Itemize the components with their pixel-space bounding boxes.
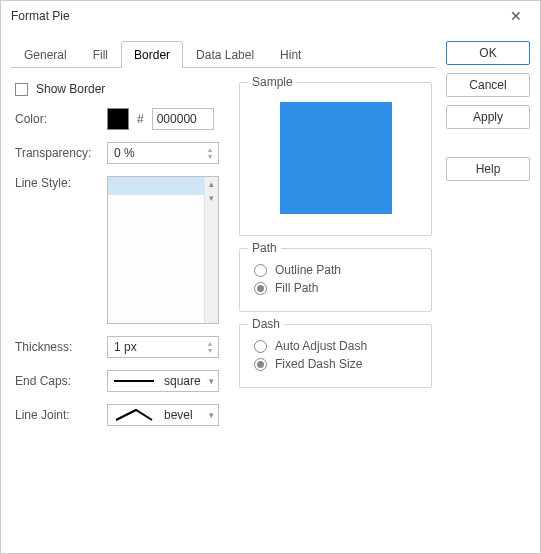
apply-button[interactable]: Apply bbox=[446, 105, 530, 129]
tab-strip: General Fill Border Data Label Hint bbox=[11, 41, 436, 68]
chevron-down-icon: ▾ bbox=[209, 376, 214, 386]
line-joint-label: Line Joint: bbox=[15, 408, 99, 422]
transparency-label: Transparency: bbox=[15, 146, 99, 160]
path-title: Path bbox=[248, 241, 281, 255]
line-style-item-selected[interactable] bbox=[108, 177, 218, 195]
fill-path-label: Fill Path bbox=[275, 281, 318, 295]
sample-preview bbox=[280, 102, 392, 214]
outline-path-label: Outline Path bbox=[275, 263, 341, 277]
end-caps-label: End Caps: bbox=[15, 374, 99, 388]
window-title: Format Pie bbox=[11, 9, 502, 23]
auto-dash-label: Auto Adjust Dash bbox=[275, 339, 367, 353]
titlebar: Format Pie ✕ bbox=[1, 1, 540, 31]
fill-path-radio[interactable] bbox=[254, 282, 267, 295]
format-pie-dialog: Format Pie ✕ General Fill Border Data La… bbox=[0, 0, 541, 554]
color-hex-input[interactable]: 000000 bbox=[152, 108, 214, 130]
square-cap-icon bbox=[114, 376, 158, 386]
line-style-label: Line Style: bbox=[15, 176, 99, 190]
fixed-dash-label: Fixed Dash Size bbox=[275, 357, 362, 371]
chevron-updown-icon[interactable]: ▴▾ bbox=[204, 143, 216, 163]
hash-label: # bbox=[137, 112, 144, 126]
chevron-down-icon[interactable]: ▾ bbox=[205, 191, 218, 205]
tab-fill[interactable]: Fill bbox=[80, 41, 121, 68]
help-button[interactable]: Help bbox=[446, 157, 530, 181]
color-swatch[interactable] bbox=[107, 108, 129, 130]
path-group: Path Outline Path Fill Path bbox=[239, 248, 432, 312]
dash-group: Dash Auto Adjust Dash Fixed Dash Size bbox=[239, 324, 432, 388]
transparency-stepper[interactable]: 0 % ▴▾ bbox=[107, 142, 219, 164]
cancel-button[interactable]: Cancel bbox=[446, 73, 530, 97]
tab-hint[interactable]: Hint bbox=[267, 41, 314, 68]
ok-button[interactable]: OK bbox=[446, 41, 530, 65]
thickness-label: Thickness: bbox=[15, 340, 99, 354]
line-style-listbox[interactable]: ▴ ▾ bbox=[107, 176, 219, 324]
outline-path-radio[interactable] bbox=[254, 264, 267, 277]
tab-data-label[interactable]: Data Label bbox=[183, 41, 267, 68]
dash-title: Dash bbox=[248, 317, 284, 331]
end-caps-combo[interactable]: square ▾ bbox=[107, 370, 219, 392]
chevron-updown-icon[interactable]: ▴▾ bbox=[204, 337, 216, 357]
tab-border[interactable]: Border bbox=[121, 41, 183, 68]
sample-title: Sample bbox=[248, 75, 297, 89]
bevel-joint-icon bbox=[114, 410, 158, 420]
color-label: Color: bbox=[15, 112, 99, 126]
auto-dash-radio[interactable] bbox=[254, 340, 267, 353]
tab-general[interactable]: General bbox=[11, 41, 80, 68]
sample-group: Sample bbox=[239, 82, 432, 236]
show-border-label: Show Border bbox=[36, 82, 105, 96]
thickness-stepper[interactable]: 1 px ▴▾ bbox=[107, 336, 219, 358]
show-border-checkbox[interactable] bbox=[15, 83, 28, 96]
scrollbar[interactable]: ▴ ▾ bbox=[204, 177, 218, 323]
chevron-down-icon: ▾ bbox=[209, 410, 214, 420]
line-joint-combo[interactable]: bevel ▾ bbox=[107, 404, 219, 426]
chevron-up-icon[interactable]: ▴ bbox=[205, 177, 218, 191]
tab-body-border: Show Border Color: # 000000 Transparency… bbox=[11, 68, 436, 430]
close-icon[interactable]: ✕ bbox=[502, 4, 530, 28]
fixed-dash-radio[interactable] bbox=[254, 358, 267, 371]
